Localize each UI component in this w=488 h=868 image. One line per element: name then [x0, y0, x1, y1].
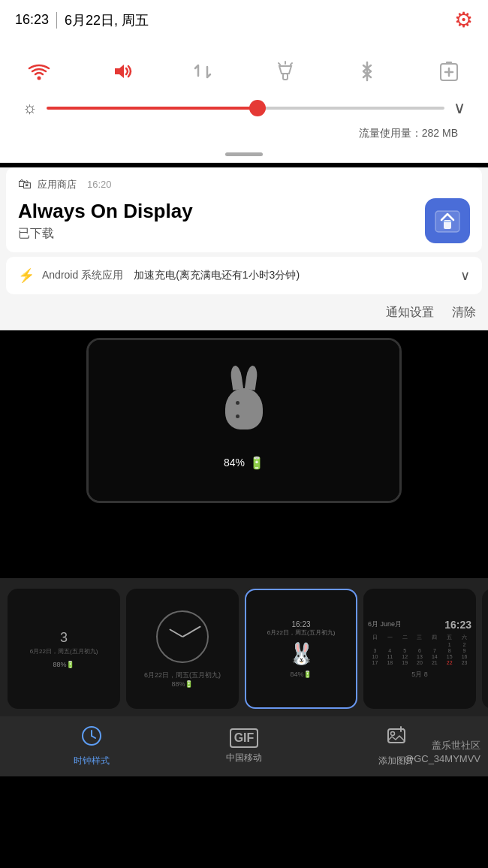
svg-line-5 — [279, 63, 280, 65]
status-time: 16:23 — [15, 12, 49, 28]
appstore-time: 16:20 — [87, 179, 112, 190]
nav-item-add[interactable]: 添加图片 — [321, 725, 473, 767]
status-time-date: 16:23 6月22日, 周五 — [15, 11, 149, 29]
bolt-icon: ⚡ — [18, 267, 35, 284]
svg-point-0 — [38, 77, 41, 80]
nav-label-clock: 时钟样式 — [74, 755, 110, 767]
add-nav-icon — [386, 725, 407, 751]
theme-carousel: 3 6月22日，周五(五月初九) 88%🔋 6月22日，周五(五月初九) 88%… — [0, 578, 488, 716]
android-sys-name: Android 系统应用 — [42, 269, 123, 282]
svg-line-6 — [291, 63, 292, 65]
notification-android-left: ⚡ Android 系统应用 加速充电(离充满电还有1小时3分钟) — [18, 267, 300, 284]
svg-rect-19 — [388, 729, 405, 743]
notif-settings-button[interactable]: 通知设置 — [386, 305, 434, 321]
battery-icon: 🔋 — [249, 456, 264, 470]
notification-android[interactable]: ⚡ Android 系统应用 加速充电(离充满电还有1小时3分钟) ∨ — [6, 257, 482, 294]
theme-item-2[interactable]: 6月22日，周五(五月初九) 88%🔋 — [126, 589, 239, 709]
svg-marker-1 — [115, 65, 124, 78]
battery-saver-icon[interactable] — [432, 55, 465, 88]
nav-label-gif: 中国移动 — [226, 752, 262, 764]
notification-actions: 通知设置 清除 — [0, 299, 488, 330]
volume-icon[interactable] — [104, 55, 137, 88]
appstore-name: 应用商店 — [38, 178, 77, 191]
appstore-icon: 🛍 — [18, 176, 32, 192]
clock-nav-icon — [81, 725, 102, 751]
brightness-slider[interactable] — [47, 101, 444, 116]
data-transfer-icon[interactable] — [186, 55, 219, 88]
gif-nav-icon: GIF — [230, 728, 259, 748]
settings-gear-icon[interactable]: ⚙ — [454, 8, 473, 32]
brightness-icon: ☼ — [23, 98, 38, 118]
flashlight-icon[interactable] — [269, 55, 302, 88]
theme-item-5[interactable]: 16: — [482, 589, 488, 709]
nav-item-gif[interactable]: GIF 中国移动 — [167, 728, 320, 764]
theme-item-3[interactable]: 16:23 6月22日，周五(五月初九) 🐰 84%🔋 — [245, 589, 357, 709]
nav-label-add: 添加图片 — [378, 755, 414, 767]
notifications-panel: 🛍 应用商店 16:20 Always On Display 已下载 — [0, 167, 488, 330]
wifi-icon[interactable] — [23, 55, 56, 88]
notification-text: Always On Display 已下载 — [18, 200, 193, 242]
notification-appstore-body: Always On Display 已下载 — [18, 198, 470, 243]
svg-point-20 — [391, 732, 395, 736]
bottom-nav: 时钟样式 GIF 中国移动 添加图片 盖乐世社区 @GC_34MYMVV — [0, 716, 488, 776]
clear-button[interactable]: 清除 — [452, 305, 476, 321]
svg-marker-2 — [279, 66, 291, 74]
notif-aod-title: Always On Display — [18, 200, 193, 223]
bunny-figure — [214, 372, 274, 447]
android-chevron-icon[interactable]: ∨ — [460, 267, 470, 284]
notif-aod-subtitle: 已下载 — [18, 226, 193, 242]
quick-settings-panel: ☼ ∨ 流量使用量：282 MB — [0, 40, 488, 149]
battery-percent: 84% — [224, 457, 245, 469]
phone-thumbnail: 84% 🔋 — [86, 338, 402, 503]
svg-rect-3 — [283, 74, 288, 80]
quick-icons-row — [15, 47, 473, 95]
status-divider — [56, 12, 57, 29]
aod-screen: 84% 🔋 — [0, 330, 488, 578]
battery-display: 84% 🔋 — [224, 456, 264, 470]
drag-handle-bar — [225, 152, 263, 156]
svg-line-18 — [92, 736, 95, 738]
status-bar: 16:23 6月22日, 周五 ⚙ — [0, 0, 488, 40]
status-date: 6月22日, 周五 — [65, 11, 149, 29]
theme-item-4[interactable]: 6月 June月 16:23 日一二三四五六 12 3456789 101112… — [363, 589, 476, 709]
svg-rect-9 — [446, 62, 452, 65]
theme-item-1[interactable]: 3 6月22日，周五(五月初九) 88%🔋 — [8, 589, 120, 709]
nav-item-clock[interactable]: 时钟样式 — [15, 725, 167, 767]
android-sys-msg: 加速充电(离充满电还有1小时3分钟) — [134, 269, 300, 282]
phone-inner-content: 84% 🔋 — [89, 340, 399, 501]
drag-handle[interactable] — [0, 149, 488, 163]
bluetooth-icon[interactable] — [351, 55, 384, 88]
brightness-row: ☼ ∨ — [15, 95, 473, 125]
chevron-down-icon[interactable]: ∨ — [453, 98, 465, 118]
notif-aod-app-icon — [425, 198, 470, 243]
data-usage-row: 流量使用量：282 MB — [15, 125, 473, 149]
data-usage-label: 流量使用量：282 MB — [359, 127, 458, 139]
notification-appstore-header: 🛍 应用商店 16:20 — [18, 176, 470, 192]
notification-appstore[interactable]: 🛍 应用商店 16:20 Always On Display 已下载 — [6, 167, 482, 252]
